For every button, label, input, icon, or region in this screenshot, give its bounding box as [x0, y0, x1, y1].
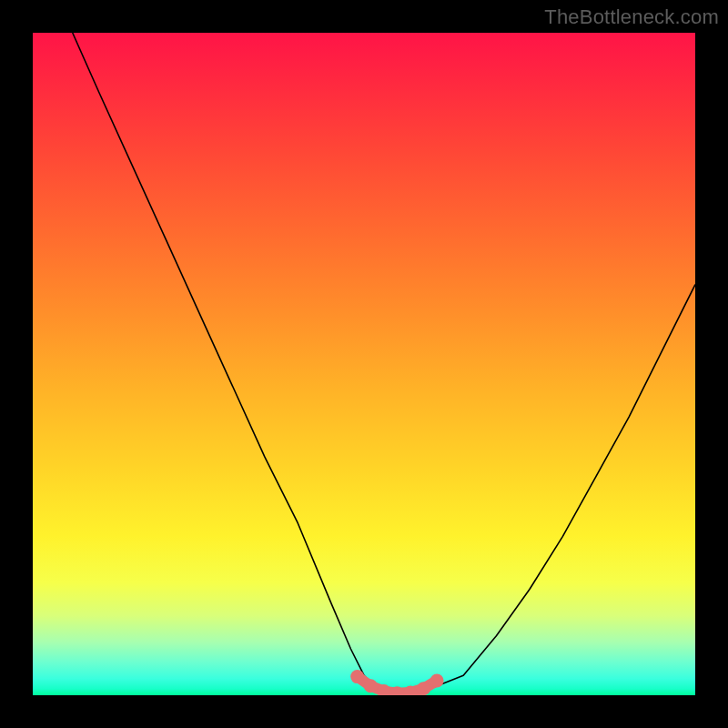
optimal-range-dot — [430, 674, 444, 688]
optimal-range-dot — [350, 670, 364, 683]
plot-area — [33, 33, 695, 695]
bottleneck-curve — [73, 33, 695, 695]
watermark-label: TheBottleneck.com — [544, 5, 719, 29]
curve-layer — [33, 33, 695, 695]
optimal-range-dot — [417, 682, 430, 695]
optimal-range-dot — [364, 679, 378, 693]
chart-frame: TheBottleneck.com — [0, 0, 728, 728]
